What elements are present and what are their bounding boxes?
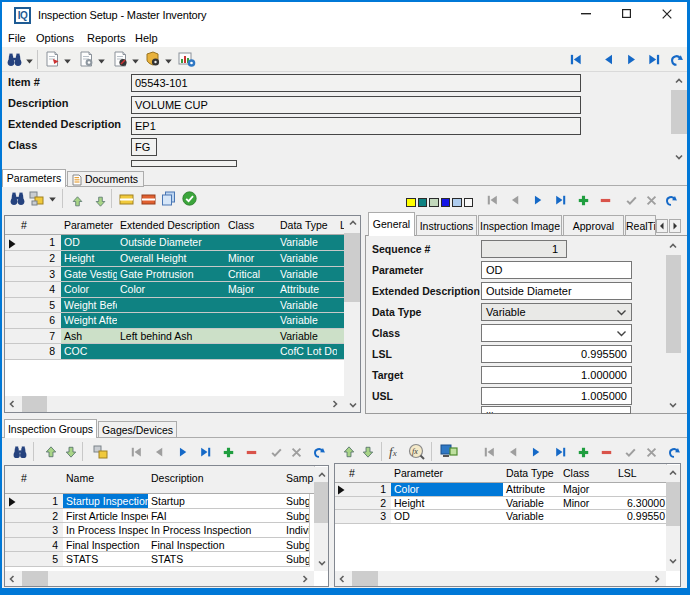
svg-text:fx: fx (412, 447, 418, 456)
